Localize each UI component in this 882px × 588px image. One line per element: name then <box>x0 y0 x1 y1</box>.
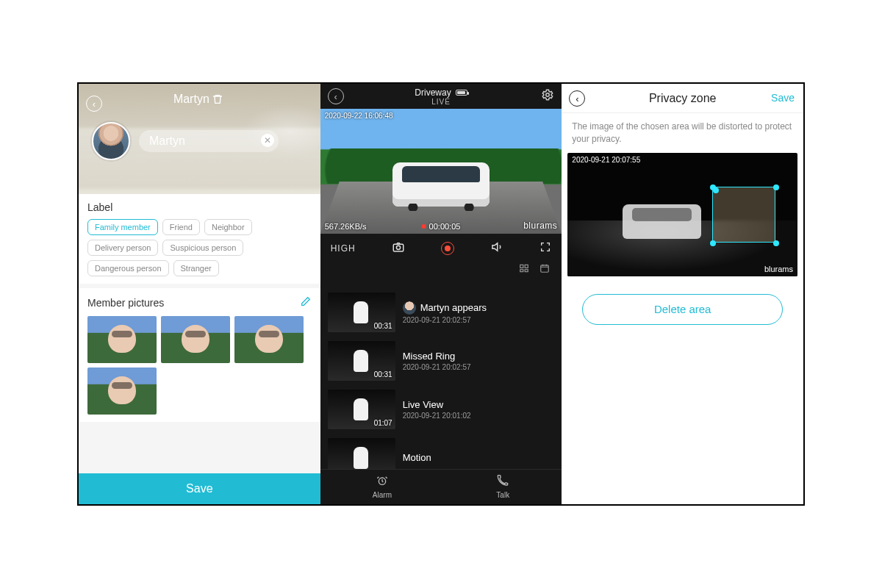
privacy-zone-box[interactable] <box>712 187 775 243</box>
gear-icon[interactable] <box>541 88 554 105</box>
preview-brand: blurams <box>764 265 793 273</box>
event-date: 2020-09-21 20:02:57 <box>403 363 471 371</box>
back-button[interactable]: ‹ <box>86 96 102 112</box>
event-row[interactable]: Motion <box>320 434 562 469</box>
preview-timestamp: 2020-09-21 20:07:55 <box>572 156 640 164</box>
label-header: Label <box>87 201 312 213</box>
event-row[interactable]: 00:31Martyn appears2020-09-21 20:02:57 <box>320 288 562 337</box>
svg-rect-5 <box>520 270 523 272</box>
fullscreen-icon[interactable] <box>539 241 551 256</box>
event-thumbnail: 01:07 <box>328 390 395 429</box>
event-date: 2020-09-21 20:02:57 <box>403 316 487 324</box>
save-button[interactable]: Save <box>79 473 320 504</box>
svg-rect-3 <box>520 265 523 268</box>
overlay-recording: 00:00:05 <box>422 222 461 231</box>
event-title: Missed Ring <box>403 351 471 362</box>
label-section: Label Family memberFriendNeighborDeliver… <box>79 194 320 284</box>
speaker-icon[interactable] <box>490 240 503 257</box>
event-title: Live View <box>403 399 471 410</box>
event-thumbnail: 00:31 <box>328 341 395 381</box>
alarm-button[interactable]: Alarm <box>373 475 392 499</box>
clear-input-icon[interactable]: ✕ <box>261 134 274 147</box>
event-date: 2020-09-21 20:01:02 <box>403 412 471 420</box>
label-chip-group: Family memberFriendNeighborDelivery pers… <box>87 219 312 276</box>
panel-live-feed: ‹ Driveway LIVE 2020-09-22 16:06:48 567.… <box>320 84 562 504</box>
control-bar: HIGH <box>320 234 562 263</box>
bottom-bar: Alarm Talk <box>320 469 562 504</box>
edit-icon[interactable] <box>300 295 312 310</box>
alarm-icon <box>376 475 388 489</box>
snapshot-icon[interactable] <box>392 240 405 257</box>
live-badge: LIVE <box>431 98 451 106</box>
label-chip[interactable]: Neighbor <box>204 219 252 235</box>
avatar[interactable] <box>92 122 130 160</box>
page-title: Martyn <box>173 93 209 106</box>
event-avatar <box>403 301 416 315</box>
talk-button[interactable]: Talk <box>496 475 509 499</box>
member-picture[interactable] <box>161 316 230 363</box>
overlay-brand: blurams <box>523 220 557 231</box>
page-title: Privacy zone <box>649 92 717 105</box>
hero-backdrop: ‹ Martyn Martyn ✕ <box>79 84 320 194</box>
panel-privacy-zone: ‹ Privacy zone Save The image of the cho… <box>562 84 803 504</box>
svg-rect-4 <box>526 265 528 268</box>
event-thumbnail <box>328 438 395 469</box>
view-controls <box>320 263 562 281</box>
description-text: The image of the chosen area will be dis… <box>562 113 803 153</box>
label-chip[interactable]: Dangerous person <box>87 260 169 276</box>
back-button[interactable]: ‹ <box>569 90 585 107</box>
svg-rect-6 <box>526 270 528 272</box>
event-row[interactable]: 01:07Live View2020-09-21 20:01:02 <box>320 385 562 434</box>
back-button[interactable]: ‹ <box>328 88 344 104</box>
overlay-timestamp: 2020-09-22 16:06:48 <box>325 112 393 120</box>
camera-name: Driveway <box>415 87 451 98</box>
talk-icon <box>497 475 509 489</box>
label-chip[interactable]: Suspicious person <box>162 240 243 256</box>
record-button[interactable] <box>441 242 454 255</box>
list-view-icon[interactable] <box>519 263 529 281</box>
label-chip[interactable]: Family member <box>87 219 158 235</box>
calendar-icon[interactable] <box>539 263 550 281</box>
name-input[interactable]: Martyn ✕ <box>139 130 279 152</box>
svg-point-0 <box>546 93 550 97</box>
overlay-bitrate: 567.26KB/s <box>325 222 367 231</box>
pictures-section: Member pictures <box>79 288 320 422</box>
preview-image[interactable]: 2020-09-21 20:07:55 blurams <box>567 153 797 276</box>
member-picture[interactable] <box>234 316 304 363</box>
event-row[interactable]: 00:31Missed Ring2020-09-21 20:02:57 <box>320 337 562 385</box>
label-chip[interactable]: Friend <box>162 219 200 235</box>
triptych-frame: ‹ Martyn Martyn ✕ Label Family memberFri <box>77 82 805 506</box>
event-list[interactable]: 00:31Martyn appears2020-09-21 20:02:5700… <box>320 288 562 469</box>
video-feed[interactable]: 2020-09-22 16:06:48 567.26KB/s 00:00:05 … <box>320 109 562 234</box>
delete-icon[interactable] <box>209 91 226 107</box>
label-chip[interactable]: Stranger <box>173 260 219 276</box>
delete-area-button[interactable]: Delete area <box>582 294 783 325</box>
pictures-header: Member pictures <box>87 297 164 309</box>
quality-toggle[interactable]: HIGH <box>331 243 356 254</box>
label-chip[interactable]: Delivery person <box>87 240 158 256</box>
event-thumbnail: 00:31 <box>328 293 395 332</box>
save-link[interactable]: Save <box>771 92 795 104</box>
svg-rect-7 <box>541 265 549 272</box>
event-title: Motion <box>403 452 431 463</box>
battery-icon <box>456 90 467 96</box>
member-picture[interactable] <box>87 368 157 415</box>
event-title: Martyn appears <box>403 301 487 315</box>
event-duration: 00:31 <box>374 370 392 379</box>
record-dot-icon <box>422 224 426 229</box>
pictures-grid <box>87 316 312 415</box>
panel-person-profile: ‹ Martyn Martyn ✕ Label Family memberFri <box>79 84 320 504</box>
event-duration: 00:31 <box>374 322 392 330</box>
event-duration: 01:07 <box>374 419 392 427</box>
svg-point-2 <box>396 245 400 249</box>
name-input-value: Martyn <box>149 135 185 148</box>
member-picture[interactable] <box>87 316 157 363</box>
